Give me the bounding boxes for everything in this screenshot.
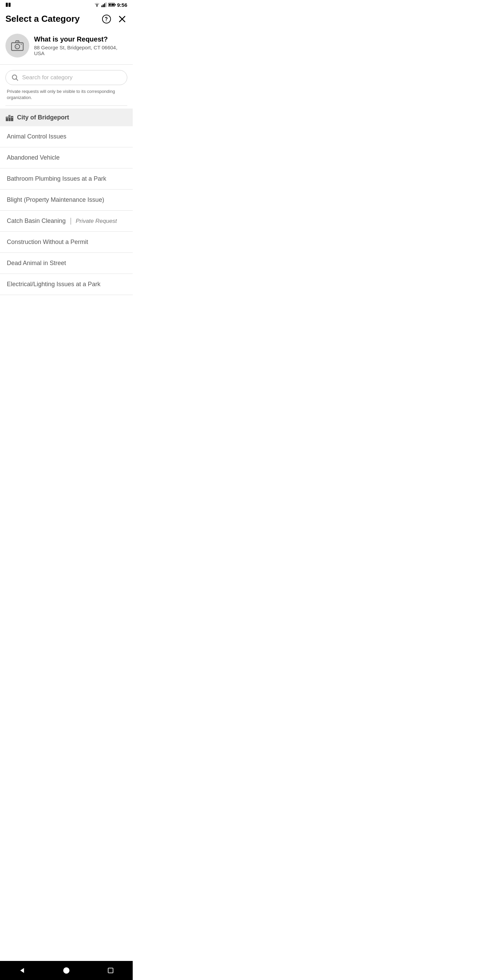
category-item-private-content: Catch Basin Cleaning Private Request	[7, 218, 117, 224]
category-item-label: Construction Without a Permit	[7, 239, 88, 246]
category-item-label: Blight (Property Maintenance Issue)	[7, 196, 104, 204]
svg-rect-29	[10, 116, 11, 116]
svg-rect-1	[8, 3, 11, 7]
category-item-label: Dead Animal in Street	[7, 259, 66, 267]
category-section-title: City of Bridgeport	[17, 114, 69, 121]
status-bar-right: 9:56	[94, 2, 127, 8]
category-section-header: City of Bridgeport	[0, 108, 133, 126]
svg-rect-0	[6, 3, 8, 7]
search-section: Private requests will only be visible to…	[0, 65, 133, 108]
svg-rect-30	[9, 117, 10, 118]
category-item-label: Animal Control Issues	[7, 133, 66, 140]
category-item[interactable]: Dead Animal in Street	[0, 253, 133, 274]
search-bar[interactable]	[5, 70, 127, 85]
svg-rect-31	[10, 117, 11, 118]
signal-icon	[102, 2, 107, 7]
svg-rect-28	[9, 116, 10, 116]
help-button[interactable]	[102, 14, 111, 24]
category-item[interactable]: Abandoned Vehicle	[0, 147, 133, 169]
svg-rect-25	[11, 116, 13, 121]
status-bar-left	[5, 2, 11, 7]
private-note: Private requests will only be visible to…	[5, 85, 127, 102]
sim-icon	[5, 2, 11, 7]
svg-rect-27	[8, 118, 8, 118]
private-request-label: Private Request	[76, 218, 117, 224]
svg-point-18	[21, 44, 22, 45]
svg-point-13	[106, 20, 107, 21]
search-icon	[11, 74, 19, 81]
category-item[interactable]: Construction Without a Permit	[0, 232, 133, 253]
category-item[interactable]: Electrical/Lighting Issues at a Park	[0, 274, 133, 295]
request-title: What is your Request?	[34, 35, 127, 43]
request-info: + What is your Request? 88 George St, Br…	[0, 30, 133, 65]
category-list: Animal Control Issues Abandoned Vehicle …	[0, 126, 133, 295]
svg-rect-32	[11, 117, 12, 118]
svg-rect-23	[6, 117, 8, 121]
category-item-private[interactable]: Catch Basin Cleaning Private Request	[0, 211, 133, 232]
page-header: Select a Category	[0, 10, 133, 30]
help-circle-icon	[102, 14, 111, 24]
header-actions	[102, 14, 127, 24]
category-item[interactable]: Animal Control Issues	[0, 126, 133, 147]
wifi-icon	[94, 2, 100, 7]
status-time: 9:56	[117, 2, 127, 8]
battery-icon	[108, 3, 116, 7]
category-item[interactable]: Bathroom Plumbing Issues at a Park	[0, 169, 133, 189]
svg-rect-26	[6, 118, 7, 118]
svg-rect-6	[105, 2, 107, 7]
close-button[interactable]	[117, 14, 127, 24]
category-item[interactable]: Blight (Property Maintenance Issue)	[0, 189, 133, 211]
close-icon	[118, 14, 127, 24]
status-bar: 9:56	[0, 0, 133, 10]
svg-rect-3	[102, 5, 102, 7]
search-input[interactable]	[22, 74, 121, 81]
camera-icon: +	[11, 39, 24, 52]
private-divider	[70, 218, 71, 224]
request-text: What is your Request? 88 George St, Brid…	[34, 35, 127, 56]
section-divider	[5, 105, 127, 106]
camera-avatar[interactable]: +	[5, 34, 29, 57]
svg-rect-8	[115, 4, 116, 5]
category-item-label: Bathroom Plumbing Issues at a Park	[7, 175, 106, 182]
category-item-label: Abandoned Vehicle	[7, 154, 60, 161]
svg-text:+: +	[16, 45, 18, 49]
svg-rect-33	[13, 117, 13, 118]
city-icon	[5, 113, 14, 121]
page-title: Select a Category	[5, 14, 80, 24]
svg-rect-5	[104, 3, 105, 7]
request-address: 88 George St, Bridgeport, CT 06604, USA	[34, 45, 127, 56]
category-item-label: Electrical/Lighting Issues at a Park	[7, 281, 100, 288]
svg-rect-4	[103, 5, 104, 7]
svg-line-22	[16, 79, 18, 80]
category-item-label: Catch Basin Cleaning	[7, 218, 66, 224]
svg-point-2	[97, 6, 98, 7]
